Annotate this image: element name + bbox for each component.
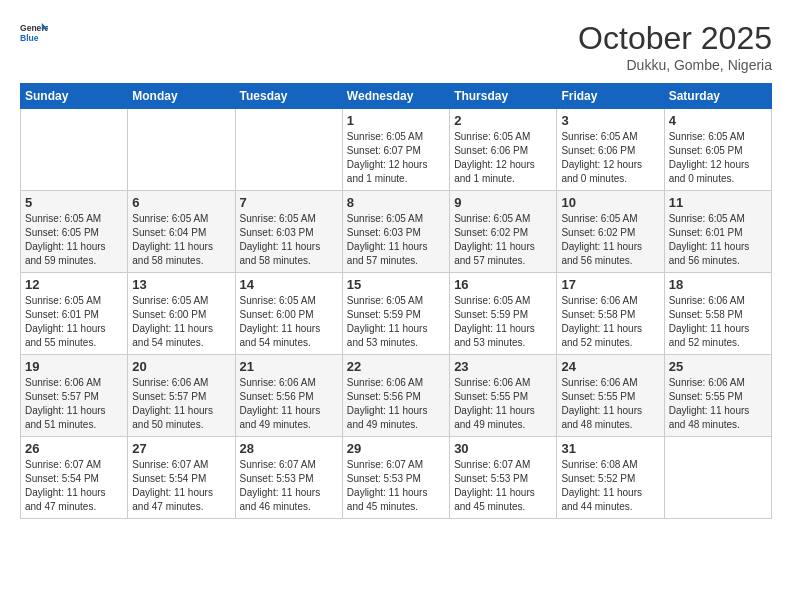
calendar-table: SundayMondayTuesdayWednesdayThursdayFrid… [20,83,772,519]
title-block: October 2025 Dukku, Gombe, Nigeria [578,20,772,73]
page-header: General Blue October 2025 Dukku, Gombe, … [20,20,772,73]
day-number: 10 [561,195,659,210]
day-info: Sunrise: 6:05 AM Sunset: 5:59 PM Dayligh… [347,294,445,350]
day-info: Sunrise: 6:05 AM Sunset: 6:03 PM Dayligh… [240,212,338,268]
header-day-saturday: Saturday [664,84,771,109]
month-title: October 2025 [578,20,772,57]
day-number: 18 [669,277,767,292]
day-number: 14 [240,277,338,292]
day-number: 16 [454,277,552,292]
day-number: 29 [347,441,445,456]
day-cell: 26Sunrise: 6:07 AM Sunset: 5:54 PM Dayli… [21,437,128,519]
day-cell: 25Sunrise: 6:06 AM Sunset: 5:55 PM Dayli… [664,355,771,437]
day-cell: 16Sunrise: 6:05 AM Sunset: 5:59 PM Dayli… [450,273,557,355]
day-cell: 23Sunrise: 6:06 AM Sunset: 5:55 PM Dayli… [450,355,557,437]
day-cell: 3Sunrise: 6:05 AM Sunset: 6:06 PM Daylig… [557,109,664,191]
day-number: 20 [132,359,230,374]
day-number: 28 [240,441,338,456]
day-cell: 15Sunrise: 6:05 AM Sunset: 5:59 PM Dayli… [342,273,449,355]
day-info: Sunrise: 6:08 AM Sunset: 5:52 PM Dayligh… [561,458,659,514]
day-info: Sunrise: 6:06 AM Sunset: 5:55 PM Dayligh… [669,376,767,432]
day-info: Sunrise: 6:05 AM Sunset: 6:00 PM Dayligh… [132,294,230,350]
day-cell: 29Sunrise: 6:07 AM Sunset: 5:53 PM Dayli… [342,437,449,519]
day-info: Sunrise: 6:05 AM Sunset: 5:59 PM Dayligh… [454,294,552,350]
day-number: 5 [25,195,123,210]
header-day-tuesday: Tuesday [235,84,342,109]
day-number: 7 [240,195,338,210]
day-cell: 9Sunrise: 6:05 AM Sunset: 6:02 PM Daylig… [450,191,557,273]
day-cell: 6Sunrise: 6:05 AM Sunset: 6:04 PM Daylig… [128,191,235,273]
day-number: 1 [347,113,445,128]
day-info: Sunrise: 6:06 AM Sunset: 5:58 PM Dayligh… [561,294,659,350]
day-cell: 1Sunrise: 6:05 AM Sunset: 6:07 PM Daylig… [342,109,449,191]
header-day-wednesday: Wednesday [342,84,449,109]
day-number: 11 [669,195,767,210]
day-cell: 10Sunrise: 6:05 AM Sunset: 6:02 PM Dayli… [557,191,664,273]
day-cell: 5Sunrise: 6:05 AM Sunset: 6:05 PM Daylig… [21,191,128,273]
header-day-thursday: Thursday [450,84,557,109]
day-cell: 4Sunrise: 6:05 AM Sunset: 6:05 PM Daylig… [664,109,771,191]
day-info: Sunrise: 6:05 AM Sunset: 6:06 PM Dayligh… [561,130,659,186]
day-number: 4 [669,113,767,128]
week-row-0: 1Sunrise: 6:05 AM Sunset: 6:07 PM Daylig… [21,109,772,191]
day-info: Sunrise: 6:07 AM Sunset: 5:54 PM Dayligh… [25,458,123,514]
day-number: 30 [454,441,552,456]
day-info: Sunrise: 6:06 AM Sunset: 5:58 PM Dayligh… [669,294,767,350]
day-number: 2 [454,113,552,128]
day-number: 9 [454,195,552,210]
day-cell: 27Sunrise: 6:07 AM Sunset: 5:54 PM Dayli… [128,437,235,519]
day-info: Sunrise: 6:07 AM Sunset: 5:53 PM Dayligh… [347,458,445,514]
day-number: 23 [454,359,552,374]
week-row-4: 26Sunrise: 6:07 AM Sunset: 5:54 PM Dayli… [21,437,772,519]
day-cell: 20Sunrise: 6:06 AM Sunset: 5:57 PM Dayli… [128,355,235,437]
day-info: Sunrise: 6:07 AM Sunset: 5:54 PM Dayligh… [132,458,230,514]
location-subtitle: Dukku, Gombe, Nigeria [578,57,772,73]
day-info: Sunrise: 6:06 AM Sunset: 5:55 PM Dayligh… [454,376,552,432]
header-row: SundayMondayTuesdayWednesdayThursdayFrid… [21,84,772,109]
day-number: 13 [132,277,230,292]
day-cell [128,109,235,191]
day-number: 15 [347,277,445,292]
day-info: Sunrise: 6:06 AM Sunset: 5:56 PM Dayligh… [240,376,338,432]
day-info: Sunrise: 6:05 AM Sunset: 6:05 PM Dayligh… [669,130,767,186]
day-cell: 8Sunrise: 6:05 AM Sunset: 6:03 PM Daylig… [342,191,449,273]
day-number: 3 [561,113,659,128]
day-number: 27 [132,441,230,456]
day-cell: 18Sunrise: 6:06 AM Sunset: 5:58 PM Dayli… [664,273,771,355]
day-number: 26 [25,441,123,456]
day-info: Sunrise: 6:07 AM Sunset: 5:53 PM Dayligh… [240,458,338,514]
day-info: Sunrise: 6:06 AM Sunset: 5:57 PM Dayligh… [25,376,123,432]
day-cell: 7Sunrise: 6:05 AM Sunset: 6:03 PM Daylig… [235,191,342,273]
week-row-1: 5Sunrise: 6:05 AM Sunset: 6:05 PM Daylig… [21,191,772,273]
day-number: 6 [132,195,230,210]
day-number: 17 [561,277,659,292]
day-cell: 13Sunrise: 6:05 AM Sunset: 6:00 PM Dayli… [128,273,235,355]
svg-text:Blue: Blue [20,33,39,43]
day-info: Sunrise: 6:05 AM Sunset: 6:01 PM Dayligh… [25,294,123,350]
day-cell: 2Sunrise: 6:05 AM Sunset: 6:06 PM Daylig… [450,109,557,191]
day-cell: 12Sunrise: 6:05 AM Sunset: 6:01 PM Dayli… [21,273,128,355]
day-info: Sunrise: 6:05 AM Sunset: 6:07 PM Dayligh… [347,130,445,186]
calendar-header: SundayMondayTuesdayWednesdayThursdayFrid… [21,84,772,109]
day-info: Sunrise: 6:07 AM Sunset: 5:53 PM Dayligh… [454,458,552,514]
day-number: 8 [347,195,445,210]
day-info: Sunrise: 6:05 AM Sunset: 6:00 PM Dayligh… [240,294,338,350]
day-info: Sunrise: 6:05 AM Sunset: 6:06 PM Dayligh… [454,130,552,186]
day-cell [21,109,128,191]
day-info: Sunrise: 6:05 AM Sunset: 6:02 PM Dayligh… [561,212,659,268]
day-number: 31 [561,441,659,456]
day-info: Sunrise: 6:06 AM Sunset: 5:56 PM Dayligh… [347,376,445,432]
header-day-monday: Monday [128,84,235,109]
day-cell: 22Sunrise: 6:06 AM Sunset: 5:56 PM Dayli… [342,355,449,437]
day-number: 12 [25,277,123,292]
day-cell: 11Sunrise: 6:05 AM Sunset: 6:01 PM Dayli… [664,191,771,273]
day-cell: 19Sunrise: 6:06 AM Sunset: 5:57 PM Dayli… [21,355,128,437]
week-row-3: 19Sunrise: 6:06 AM Sunset: 5:57 PM Dayli… [21,355,772,437]
day-info: Sunrise: 6:05 AM Sunset: 6:05 PM Dayligh… [25,212,123,268]
day-info: Sunrise: 6:06 AM Sunset: 5:57 PM Dayligh… [132,376,230,432]
day-number: 25 [669,359,767,374]
day-info: Sunrise: 6:05 AM Sunset: 6:04 PM Dayligh… [132,212,230,268]
day-number: 19 [25,359,123,374]
day-info: Sunrise: 6:06 AM Sunset: 5:55 PM Dayligh… [561,376,659,432]
day-number: 22 [347,359,445,374]
